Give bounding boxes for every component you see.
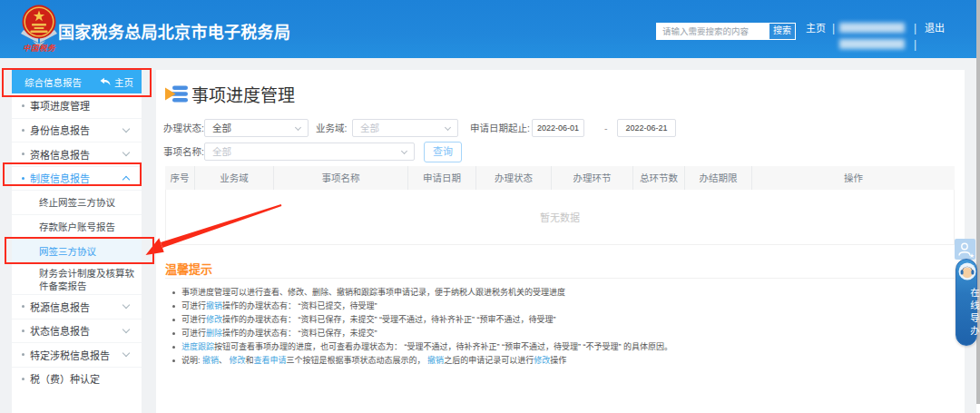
redacted-username bbox=[839, 23, 905, 33]
col-actions: 操作 bbox=[752, 166, 955, 190]
table-header: 序号 业务域 事项名称 申请日期 办理状态 办理环节 总环节数 办结期限 操作 bbox=[165, 166, 955, 190]
annotation-box-tripartite bbox=[5, 237, 154, 264]
tip-action-link: 删除 bbox=[206, 329, 222, 338]
user-float-button[interactable]: ★ bbox=[955, 239, 975, 260]
query-button[interactable]: 查询 bbox=[424, 142, 462, 162]
app-header: 中国税务 国家税务总局北京市电子税务局 搜索 主页 | | 退出 | bbox=[0, 0, 980, 58]
col-item-name: 事项名称 bbox=[274, 166, 408, 190]
status-filter-select[interactable]: 全部 bbox=[204, 119, 309, 137]
chevron-down-icon bbox=[122, 326, 130, 333]
annotation-box-system-report bbox=[3, 162, 142, 186]
logout-link[interactable]: 退出 bbox=[925, 22, 945, 34]
empty-data-text: 暂无数据 bbox=[540, 210, 580, 224]
page-title-icon bbox=[164, 82, 189, 106]
tip-action-link: 查看申请 bbox=[254, 356, 287, 365]
col-step: 办理环节 bbox=[552, 166, 633, 190]
sidebar-item-status-report[interactable]: 状态信息报告 bbox=[12, 319, 142, 343]
header-divider-1: | bbox=[832, 22, 835, 34]
tip-item: 可进行撤销操作的办理状态有： “资料已提交，待受理” bbox=[165, 300, 959, 313]
header-divider-2: | bbox=[914, 22, 916, 34]
tip-action-link: 撤销 bbox=[206, 301, 222, 310]
table-body: 暂无数据 bbox=[165, 190, 955, 245]
sidebar-item-tax-source-report[interactable]: 税源信息报告 bbox=[12, 294, 142, 319]
sidebar-item-finance-accounting-report[interactable]: 财务会计制度及核算软件备案报告 bbox=[12, 263, 142, 294]
tip-action-link: 修改 bbox=[230, 356, 246, 365]
tips-title: 温馨提示 bbox=[165, 260, 212, 277]
sidebar-item-identity-report[interactable]: 身份信息报告 bbox=[12, 118, 142, 143]
col-total-steps: 总环节数 bbox=[633, 166, 685, 190]
tip-action-link: 撤销 bbox=[202, 356, 219, 365]
site-title: 国家税务总局北京市电子税务局 bbox=[58, 19, 290, 43]
page-scrollbar-end bbox=[976, 404, 980, 413]
header-divider-3: | bbox=[914, 38, 916, 51]
search-button[interactable]: 搜索 bbox=[769, 23, 796, 40]
tip-action-link: 进度跟踪 bbox=[181, 342, 214, 351]
name-filter-label: 事项名称: bbox=[163, 143, 204, 161]
tip-item: 可进行删除操作的办理状态有： “资料已保存，未提交” bbox=[165, 327, 959, 340]
sidebar-item-special-tax-report[interactable]: 特定涉税信息报告 bbox=[12, 342, 142, 367]
online-guide-button[interactable]: 在线导办 bbox=[956, 259, 977, 346]
tip-item: 事项进度管理可以进行查看、修改、删除、撤销和跟踪事项申请记录，便于纳税人跟进税务… bbox=[165, 286, 959, 300]
date-separator: - bbox=[604, 119, 608, 137]
main-content: 事项进度管理 办理状态: 全部 业务域: 全部 申请日期起止: 2022-06-… bbox=[156, 70, 965, 413]
chevron-down-icon bbox=[445, 124, 451, 131]
name-filter-select[interactable]: 全部 bbox=[204, 143, 415, 161]
col-apply-date: 申请日期 bbox=[408, 166, 476, 190]
chevron-down-icon bbox=[122, 349, 130, 357]
sidebar-item-tax-type-determination[interactable]: 税（费）种认定 bbox=[12, 367, 142, 391]
tax-bureau-logo: 中国税务 bbox=[16, 3, 62, 55]
logo-caption: 中国税务 bbox=[16, 42, 62, 53]
page-title: 事项进度管理 bbox=[191, 82, 295, 106]
page-scrollbar[interactable] bbox=[976, 0, 980, 404]
date-to-input[interactable]: 2022-06-21 bbox=[617, 119, 676, 137]
online-guide-label: 在线导办 bbox=[962, 283, 980, 343]
date-from-input[interactable]: 2022-06-01 bbox=[532, 119, 584, 137]
status-filter-label: 办理状态: bbox=[163, 119, 204, 137]
col-seq: 序号 bbox=[165, 166, 195, 190]
date-range-label: 申请日期起止: bbox=[470, 119, 530, 137]
chevron-down-icon bbox=[295, 124, 301, 131]
chevron-down-icon bbox=[122, 149, 130, 156]
col-domain: 业务域 bbox=[195, 166, 274, 190]
col-status: 办理状态 bbox=[476, 166, 552, 190]
tip-item: 进度跟踪按钮可查看事项办理的进度，也可查看办理状态为： “受理不通过，待补齐补正… bbox=[165, 340, 959, 354]
chevron-down-icon bbox=[401, 148, 407, 154]
sidebar-item-terminate-tripartite-agreement[interactable]: 终止网签三方协议 bbox=[12, 190, 142, 214]
sidebar-item-deposit-account-report[interactable]: 存款账户账号报告 bbox=[12, 214, 142, 239]
tips-list: 事项进度管理可以进行查看、修改、删除、撤销和跟踪事项申请记录，便于纳税人跟进税务… bbox=[165, 286, 959, 368]
annotation-box-section bbox=[2, 68, 152, 97]
col-deadline: 办结期限 bbox=[685, 166, 752, 190]
tips-divider bbox=[165, 278, 955, 279]
domain-filter-select[interactable]: 全部 bbox=[352, 119, 458, 137]
tip-action-link: 撤销 bbox=[427, 356, 444, 365]
domain-filter-label: 业务域: bbox=[316, 119, 347, 137]
tip-action-link: 修改 bbox=[206, 315, 222, 324]
chevron-down-icon bbox=[122, 301, 130, 309]
tip-item: 可进行修改操作的办理状态有： “资料已保存，未提交” “受理不通过，待补齐补正”… bbox=[165, 313, 959, 327]
search-input[interactable] bbox=[656, 23, 769, 40]
redacted-company bbox=[839, 39, 905, 49]
chevron-down-icon bbox=[122, 125, 130, 133]
customer-service-avatar-icon bbox=[958, 262, 976, 280]
tip-item: 说明: 撤销、 修改和查看申请三个按钮是根据事项状态动态展示的， 撤销之后的申请… bbox=[165, 354, 959, 368]
home-link[interactable]: 主页 bbox=[806, 22, 826, 34]
tip-action-link: 修改 bbox=[534, 356, 550, 365]
